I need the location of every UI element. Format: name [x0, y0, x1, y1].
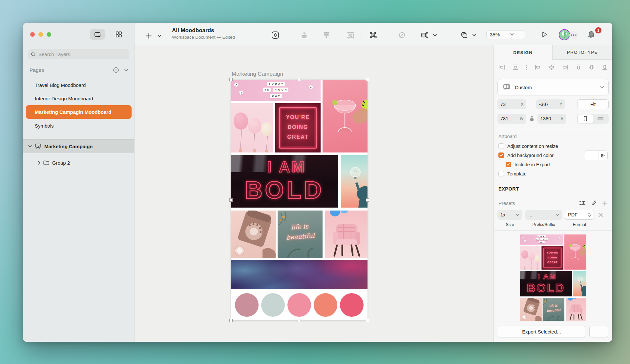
tab-prototype[interactable]: PROTOTYPE	[552, 45, 613, 60]
landscape-orientation-button[interactable]	[593, 114, 608, 123]
insert-chevron[interactable]	[158, 35, 161, 37]
image-today-tiles[interactable]: TODAY IS YOUR DAY T I E	[231, 80, 321, 101]
checkbox-unchecked[interactable]	[498, 171, 504, 176]
image-neon-i-am-bold[interactable]: I AM BOLD	[520, 271, 572, 296]
height-field[interactable]: 1380H	[537, 114, 566, 124]
sidebar-page-symbols[interactable]: Symbols	[23, 119, 135, 132]
tab-design[interactable]: DESIGN	[494, 45, 552, 60]
canvas[interactable]: Marketing Campaign TODAY IS YOUR DAY T I…	[135, 45, 494, 342]
portrait-orientation-button[interactable]	[578, 114, 593, 123]
image-rotary-phone[interactable]	[520, 298, 542, 321]
image-pink-armchair[interactable]	[565, 298, 586, 321]
image-cocktail-hand[interactable]	[564, 234, 586, 270]
selection-handle-ne[interactable]	[366, 78, 369, 81]
option-add-background[interactable]: Add background color	[498, 152, 608, 158]
notifications-button[interactable]	[587, 30, 596, 39]
image-neon-i-am-bold[interactable]: I AM BOLD	[231, 155, 338, 208]
distribute-button[interactable]	[323, 31, 330, 39]
more-align-icon[interactable]	[526, 65, 527, 70]
upload-button[interactable]	[300, 31, 308, 39]
image-smoke[interactable]	[231, 260, 368, 289]
insert-shape-button[interactable]	[271, 31, 280, 39]
resize-chevron[interactable]	[433, 34, 437, 36]
selection-handle-nw[interactable]	[229, 78, 233, 81]
share-button[interactable]	[589, 326, 608, 337]
image-balloons[interactable]	[520, 246, 540, 270]
sidebar-page-interior-design[interactable]: Interior Design Moodboard	[23, 92, 135, 105]
edit-vector-button[interactable]	[369, 31, 377, 39]
artboard-title[interactable]: Marketing Campaign	[232, 71, 283, 77]
image-neon-youre-doing-great[interactable]: YOU'RE DOING GREAT	[275, 103, 321, 152]
image-neon-life-is-beautiful[interactable]: life is beautiful	[542, 298, 564, 321]
align-center-h-icon[interactable]	[548, 64, 555, 70]
selection-handle-s[interactable]	[298, 319, 301, 322]
option-template[interactable]: Template	[498, 171, 608, 176]
canvas-view-button[interactable]	[90, 29, 105, 40]
artboard[interactable]: TODAY IS YOUR DAY T I E	[231, 80, 368, 320]
image-neon-youre-doing-great[interactable]: YOU'RE DOING GREAT	[541, 246, 563, 270]
width-field[interactable]: 781W	[497, 114, 526, 124]
option-adjust-content[interactable]: Adjust content on resize	[498, 143, 608, 149]
layer-row-group2[interactable]: Group 2	[23, 156, 135, 170]
layer-row-artboard[interactable]: Marketing Campaign	[23, 139, 135, 153]
image-lightbulb-hand[interactable]	[573, 271, 586, 296]
add-preset-icon[interactable]	[602, 200, 608, 206]
align-center-v-icon[interactable]	[589, 64, 595, 71]
zoom-select[interactable]: 35%	[486, 30, 525, 39]
export-selected-button[interactable]: Export Selected...	[498, 326, 585, 337]
export-prefix-select[interactable]: ...	[525, 210, 562, 220]
boolean-ops-button[interactable]	[460, 31, 468, 39]
preview-play-button[interactable]	[540, 30, 548, 38]
selection-handle-w[interactable]	[229, 198, 233, 202]
align-left-icon[interactable]	[535, 64, 541, 70]
export-format-stepper[interactable]: PDF	[565, 210, 594, 220]
selection-handle-se[interactable]	[366, 319, 369, 322]
selection-handle-sw[interactable]	[229, 319, 233, 322]
selection-handle-e[interactable]	[366, 198, 369, 202]
palette-swatch-3[interactable]	[287, 293, 311, 317]
y-position-field[interactable]: -387Y	[536, 99, 565, 109]
background-color-well[interactable]	[584, 151, 608, 160]
align-top-icon[interactable]	[576, 64, 581, 71]
image-rotary-phone[interactable]	[231, 211, 276, 258]
selection-handle-n[interactable]	[298, 78, 301, 81]
maximize-button[interactable]	[47, 32, 51, 37]
minimize-button[interactable]	[38, 32, 43, 37]
close-button[interactable]	[30, 32, 35, 37]
remove-preset-icon[interactable]	[598, 212, 603, 217]
checkbox-checked[interactable]	[506, 162, 511, 167]
orientation-toggle[interactable]	[577, 114, 609, 124]
slice-knife-icon[interactable]	[591, 200, 597, 206]
collapse-pages-button[interactable]	[124, 69, 128, 71]
grid-view-button[interactable]	[112, 29, 125, 40]
checkbox-unchecked[interactable]	[498, 143, 504, 149]
add-page-button[interactable]	[113, 67, 119, 73]
sidebar-page-marketing-campaign[interactable]: Marketing Campagin Moodboard	[26, 105, 132, 119]
palette-swatch-5[interactable]	[340, 293, 364, 317]
image-neon-life-is-beautiful[interactable]: life is beautiful	[278, 211, 323, 258]
export-settings-icon[interactable]	[579, 200, 586, 206]
group-button[interactable]	[347, 31, 355, 39]
artboard[interactable]: TODAY IS YOUR DAY T I E	[520, 234, 586, 321]
checkbox-checked[interactable]	[498, 152, 504, 158]
boolean-chevron[interactable]	[472, 34, 476, 36]
insert-button[interactable]	[146, 33, 152, 39]
export-size-select[interactable]: 1x	[497, 210, 522, 220]
x-position-field[interactable]: 73X	[497, 99, 526, 109]
image-lightbulb-hand[interactable]	[341, 155, 368, 208]
palette-swatch-1[interactable]	[235, 293, 259, 317]
resize-button[interactable]	[420, 31, 428, 39]
palette-swatch-4[interactable]	[314, 293, 337, 317]
fit-button[interactable]: Fit	[577, 99, 609, 109]
image-today-tiles[interactable]: TODAY IS YOUR DAY T I E	[520, 234, 563, 245]
palette-swatch-2[interactable]	[261, 293, 285, 317]
distribute-vertically-icon[interactable]	[512, 64, 519, 70]
distribute-horizontally-icon[interactable]	[498, 64, 505, 70]
search-field[interactable]	[28, 49, 129, 59]
avatar[interactable]	[559, 29, 570, 40]
image-cocktail-hand[interactable]	[323, 80, 368, 152]
align-right-icon[interactable]	[562, 64, 568, 70]
option-include-in-export[interactable]: Include in Export	[506, 162, 608, 167]
lock-aspect-icon[interactable]	[530, 116, 534, 121]
rotate-button[interactable]	[398, 31, 406, 39]
